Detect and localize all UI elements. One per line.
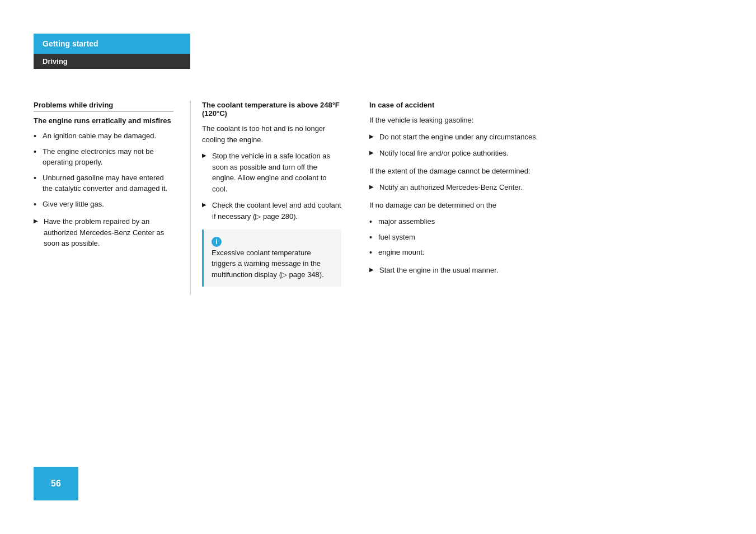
list-item: Do not start the engine under any circum… — [369, 132, 722, 143]
info-icon: i — [212, 236, 334, 247]
list-item: Give very little gas. — [34, 199, 173, 210]
page-number-badge: 56 — [34, 467, 78, 500]
bullet-list-left: An ignition cable may be damaged. The en… — [34, 130, 173, 209]
arrow-list-middle: Stop the vehicle in a safe location as s… — [202, 151, 341, 222]
list-intro-right: If no damage can be determined on the — [369, 200, 722, 211]
col-left: Problems while driving The engine runs e… — [34, 101, 190, 294]
info-box: i Excessive coolant temperature triggers… — [202, 229, 341, 287]
header-section: Getting started Driving — [34, 34, 190, 69]
section-label: Getting started — [43, 39, 98, 48]
header-blue-bar: Getting started — [34, 34, 190, 54]
list-item: Have the problem repaired by an authoriz… — [34, 216, 173, 249]
subsection-label: Driving — [43, 57, 68, 65]
page-number: 56 — [51, 479, 61, 489]
list-item: The engine electronics may not be operat… — [34, 146, 173, 168]
arrow-list-left: Have the problem repaired by an authoriz… — [34, 216, 173, 249]
subsection-title-middle: The coolant temperature is above 248°F (… — [202, 101, 341, 118]
page-container: Getting started Driving Problems while d… — [0, 0, 756, 534]
list-item: engine mount: — [369, 247, 722, 258]
content-area: Problems while driving The engine runs e… — [34, 101, 722, 294]
list-item: Notify an authorized Mercedes-Benz Cente… — [369, 182, 722, 193]
arrow-list-right-1: Do not start the engine under any circum… — [369, 132, 722, 159]
arrow-list-right-3: Start the engine in the usual manner. — [369, 265, 722, 276]
intro-text-middle: The coolant is too hot and is no longer … — [202, 123, 341, 145]
list-item: fuel system — [369, 232, 722, 243]
bullet-list-right: major assemblies fuel system engine moun… — [369, 216, 722, 258]
condition-text-right: If the extent of the damage cannot be de… — [369, 166, 722, 177]
info-box-text: Excessive coolant temperature triggers a… — [212, 247, 334, 280]
col-middle: The coolant temperature is above 248°F (… — [190, 101, 358, 294]
list-item: major assemblies — [369, 216, 722, 227]
list-item: Check the coolant level and add coolant … — [202, 200, 341, 222]
list-item: Notify local fire and/or police authorit… — [369, 148, 722, 159]
col-right: In case of accident If the vehicle is le… — [358, 101, 722, 294]
arrow-list-right-2: Notify an authorized Mercedes-Benz Cente… — [369, 182, 722, 193]
list-item: Unburned gasoline may have entered the c… — [34, 172, 173, 194]
list-item: An ignition cable may be damaged. — [34, 130, 173, 142]
intro-text-right: If the vehicle is leaking gasoline: — [369, 115, 722, 126]
subsection-title-left: The engine runs erratically and misfires — [34, 116, 173, 125]
list-item: Stop the vehicle in a safe location as s… — [202, 151, 341, 194]
header-dark-bar: Driving — [34, 54, 190, 69]
list-item: Start the engine in the usual manner. — [369, 265, 722, 276]
section-title-left: Problems while driving — [34, 101, 173, 112]
subsection-title-right: In case of accident — [369, 101, 722, 109]
